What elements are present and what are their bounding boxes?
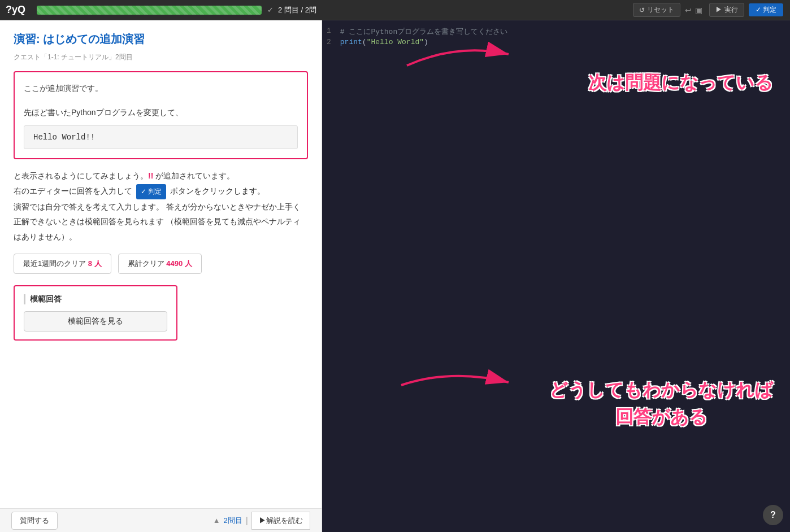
bottom-bar: 質問する ▲ 2問目 | ▶解説を読む [0,508,322,532]
progress-count: ✓ 2 問目 / 2問 [267,5,316,15]
keyword-print: print [340,38,362,46]
layout-icon[interactable]: ▣ [695,6,702,15]
undo-icon[interactable]: ↩ [685,6,692,15]
run-button[interactable]: ▶ 実行 [709,3,744,17]
progress-fill [37,6,262,15]
logo: ?yQ [6,4,25,16]
problem-box: ここが追加演習です。 先ほど書いたPythonプログラムを変更して、 Hello… [14,71,308,159]
view-answer-button[interactable]: 模範回答を見る [24,311,167,332]
line-number-1: 1 [322,27,340,35]
target-code-display: Hello World!! [24,125,298,149]
left-panel: 演習: はじめての追加演習 クエスト「1-1: チュートリアル」2問目 ここが追… [0,20,322,532]
line-2-code: print("Hello World") [340,38,428,46]
reset-icon: ↺ [639,6,645,14]
check-icon: ✓ [267,6,274,14]
code-line-1: 1 # ここにPythonプログラムを書き写してください [322,26,790,37]
sample-answer-box: 模範回答 模範回答を見る [14,285,177,341]
question-button[interactable]: 質問する [11,512,58,530]
toolbar-icons: ↩ ▣ [685,6,702,15]
reset-button[interactable]: ↺ リセット [633,3,680,17]
stats-row: 最近1週間のクリア 8 人 累計クリア 4490 人 [14,254,308,274]
quest-label: クエスト「1-1: チュートリアル」2問目 [14,53,308,62]
progress-bar [37,6,262,15]
main-layout: 演習: はじめての追加演習 クエスト「1-1: チュートリアル」2問目 ここが追… [0,20,790,532]
description-text: と表示されるようにしてみましょう。!! が追加されています。 右のエディターに回… [14,168,308,244]
line-1-code: # ここにPythonプログラムを書き写してください [340,27,507,37]
code-line-2: 2 print("Hello World") [322,37,790,47]
help-button[interactable]: ? [763,505,783,525]
nav-separator: | [246,516,248,526]
problem-intro: ここが追加演習です。 [24,81,298,95]
nav-link[interactable]: 2問目 [224,516,242,526]
judge-button[interactable]: ✓ 判定 [749,3,783,16]
left-content: 演習: はじめての追加演習 クエスト「1-1: チュートリアル」2問目 ここが追… [0,20,322,508]
code-editor[interactable]: 1 # ここにPythonプログラムを書き写してください 2 print("He… [322,20,790,532]
judge-badge: ✓ 判定 [136,184,166,199]
total-clear-stat[interactable]: 累計クリア 4490 人 [118,254,202,274]
nav-up-icon: ▲ [213,516,223,525]
weekly-clear-stat[interactable]: 最近1週間のクリア 8 人 [14,254,111,274]
problem-line2: 先ほど書いたPythonプログラムを変更して、 [24,106,298,120]
read-solution-button[interactable]: ▶解説を読む [251,512,310,530]
right-panel: 1 # ここにPythonプログラムを書き写してください 2 print("He… [322,20,790,532]
right-toolbar: ↺ リセット ↩ ▣ ▶ 実行 ✓ 判定 [322,0,790,20]
bottom-nav: ▲ 2問目 | ▶解説を読む [213,512,310,530]
sample-answer-title: 模範回答 [24,294,167,304]
line-number-2: 2 [322,38,340,46]
exercise-title: 演習: はじめての追加演習 [14,32,308,47]
